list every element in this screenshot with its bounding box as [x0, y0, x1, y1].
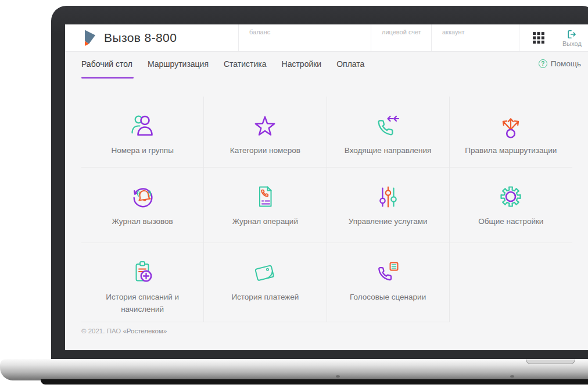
sliders-icon	[374, 183, 402, 211]
tab-dashboard[interactable]: Рабочий стол	[81, 59, 132, 79]
tile-general-settings[interactable]: Общие настройки	[450, 168, 572, 243]
screen-content: Вызов 8-800 баланс лицевой счет аккаунт	[65, 24, 588, 350]
tile-label: Голосовые сценарии	[350, 291, 426, 304]
brand: Вызов 8-800	[65, 24, 238, 51]
tile-label: Входящие направления	[345, 145, 432, 157]
tile-charges-history[interactable]: История списаний и начислений	[81, 243, 204, 322]
balance-field-label: баланс	[249, 29, 270, 35]
personal-account-field-label: лицевой счет	[382, 29, 421, 35]
gear-icon	[497, 183, 525, 211]
laptop-base-dot	[510, 375, 514, 378]
star-icon	[251, 112, 279, 140]
rostelecom-logo-icon	[81, 29, 96, 47]
tab-payment[interactable]: Оплата	[336, 59, 364, 79]
laptop-base-dot	[336, 375, 340, 378]
logout-icon	[567, 29, 577, 40]
tile-cell-empty	[450, 243, 572, 322]
laptop-base	[0, 359, 588, 380]
tile-label: Общие настройки	[478, 216, 543, 228]
question-circle-icon: ?	[539, 59, 547, 68]
tabs: Рабочий стол Маршрутизация Статистика На…	[81, 59, 364, 79]
tile-label: Категории номеров	[230, 145, 300, 157]
help-label: Помощь	[551, 59, 581, 68]
tile-routing-rules[interactable]: Правила маршрутизации	[450, 97, 572, 168]
laptop-mockup: Вызов 8-800 баланс лицевой счет аккаунт	[0, 0, 588, 388]
app-title: Вызов 8-800	[104, 31, 177, 45]
personal-account-field[interactable]: лицевой счет	[371, 24, 431, 51]
tile-operations-journal[interactable]: Журнал операций	[204, 168, 327, 243]
clipboard-plus-icon	[128, 258, 156, 286]
dashboard-tile-grid: Номера и группы Категории номеров	[81, 97, 572, 322]
laptop-base-notch	[526, 359, 575, 364]
tile-label: Правила маршрутизации	[465, 145, 557, 157]
tile-numbers-and-groups[interactable]: Номера и группы	[81, 97, 204, 168]
laptop-screen-bezel: Вызов 8-800 баланс лицевой счет аккаунт	[51, 6, 588, 359]
copyright: © 2021. ПАО «Ростелеком»	[81, 328, 581, 334]
laptop-base-shadow	[41, 379, 588, 385]
help-link[interactable]: ? Помощь	[539, 59, 581, 68]
tile-label: Журнал вызовов	[112, 216, 173, 228]
incoming-call-icon	[374, 112, 402, 140]
tile-payments-history[interactable]: История платежей	[204, 243, 327, 322]
routing-rules-icon	[497, 112, 525, 140]
operations-journal-icon	[251, 183, 279, 211]
logout-label: Выход	[562, 40, 582, 47]
tile-label: Управление услугами	[349, 216, 428, 228]
main-navigation: Рабочий стол Маршрутизация Статистика На…	[81, 59, 581, 83]
balance-field[interactable]: баланс	[238, 24, 371, 51]
tile-label: Номера и группы	[111, 145, 173, 157]
tile-incoming-directions[interactable]: Входящие направления	[327, 97, 450, 168]
logout-button[interactable]: Выход	[562, 29, 582, 47]
call-journal-icon	[128, 183, 156, 211]
copyright-company: «Ростелеком»	[123, 328, 167, 334]
header-actions: Выход	[519, 24, 588, 51]
tile-call-journal[interactable]: Журнал вызовов	[81, 168, 204, 243]
account-field[interactable]: аккаунт	[431, 24, 519, 51]
tile-label: История списаний и начислений	[93, 291, 192, 316]
tile-label: История платежей	[231, 291, 299, 304]
account-field-label: аккаунт	[442, 29, 465, 35]
tab-settings[interactable]: Настройки	[282, 59, 322, 79]
tab-routing[interactable]: Маршрутизация	[148, 59, 209, 79]
apps-grid-icon[interactable]	[532, 31, 545, 44]
tile-voice-scenarios[interactable]: Голосовые сценарии	[327, 243, 450, 322]
tile-service-management[interactable]: Управление услугами	[327, 168, 450, 243]
app-header: Вызов 8-800 баланс лицевой счет аккаунт	[65, 24, 588, 52]
voice-script-icon	[374, 258, 402, 286]
wallet-icon	[251, 258, 279, 286]
tab-statistics[interactable]: Статистика	[224, 59, 267, 79]
copyright-prefix: © 2021. ПАО	[81, 328, 123, 334]
people-icon	[128, 112, 156, 140]
tile-label: Журнал операций	[232, 216, 298, 228]
tile-number-categories[interactable]: Категории номеров	[204, 97, 327, 168]
